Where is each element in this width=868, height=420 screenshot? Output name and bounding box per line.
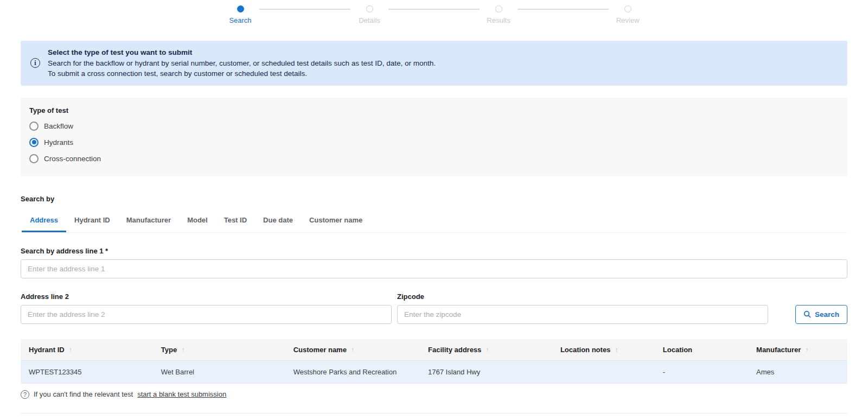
column-label: Facility address xyxy=(428,346,481,354)
step-details[interactable]: Details xyxy=(350,5,388,24)
step-connector xyxy=(259,9,350,10)
step-label: Details xyxy=(359,16,380,24)
tab-model[interactable]: Model xyxy=(179,211,216,232)
bottom-actions: Cancel Next xyxy=(21,413,847,420)
step-search[interactable]: Search xyxy=(221,5,259,24)
column-label: Location xyxy=(663,346,692,354)
footer-note-text: If you can't find the relevant test xyxy=(34,390,133,398)
cell-manufacturer: Ames xyxy=(748,360,847,383)
column-header-hydrant-id[interactable]: Hydrant ID↑ xyxy=(21,339,153,361)
column-header-facility-address[interactable]: Facility address↑ xyxy=(420,339,552,361)
column-header-location: Location xyxy=(655,339,748,361)
search-icon xyxy=(803,310,811,318)
search-by-tabbar: Address Hydrant ID Manufacturer Model Te… xyxy=(21,211,847,233)
info-banner: i Select the type of test you want to su… xyxy=(21,41,847,86)
column-header-type[interactable]: Type↑ xyxy=(153,339,285,361)
search-button-label: Search xyxy=(815,310,839,319)
info-banner-line2: To submit a cross connection test, searc… xyxy=(48,68,436,79)
tab-manufacturer[interactable]: Manufacturer xyxy=(118,211,179,232)
step-label: Review xyxy=(616,16,640,24)
column-header-customer-name[interactable]: Customer name↑ xyxy=(285,339,420,361)
sort-arrow-icon[interactable]: ↑ xyxy=(486,346,489,354)
tab-address[interactable]: Address xyxy=(22,211,66,232)
search-button-column: Search xyxy=(774,305,847,324)
info-icon: i xyxy=(30,58,40,68)
info-banner-title: Select the type of test you want to subm… xyxy=(48,47,436,58)
radio-label: Backflow xyxy=(44,122,73,130)
radio-option-backflow[interactable]: Backflow xyxy=(29,122,839,131)
sort-arrow-icon[interactable]: ↑ xyxy=(69,346,72,354)
cell-hydrant-id: WPTEST123345 xyxy=(21,360,153,383)
sort-arrow-icon[interactable]: ↑ xyxy=(615,346,618,354)
test-submission-page: Search Details Results Review i Select t… xyxy=(0,0,868,420)
radio-unselected-icon xyxy=(29,122,39,131)
sort-arrow-icon[interactable]: ↑ xyxy=(351,346,354,354)
step-connector xyxy=(388,9,480,10)
type-of-test-label: Type of test xyxy=(29,106,839,114)
info-banner-text: Select the type of test you want to subm… xyxy=(48,47,436,79)
blank-test-submission-link[interactable]: start a blank test submission xyxy=(137,390,226,398)
cell-location: - xyxy=(655,360,748,383)
results-table: Hydrant ID↑ Type↑ Customer name↑ Facilit… xyxy=(21,339,847,384)
sort-arrow-icon[interactable]: ↑ xyxy=(181,346,184,354)
step-connector xyxy=(518,9,609,10)
column-label: Manufacturer xyxy=(756,346,801,354)
step-review[interactable]: Review xyxy=(609,5,647,24)
zipcode-label: Zipcode xyxy=(397,292,768,301)
tab-test-id[interactable]: Test ID xyxy=(216,211,255,232)
address-line-2-input[interactable] xyxy=(21,305,392,324)
zipcode-input[interactable] xyxy=(397,305,768,324)
footer-note: ? If you can't find the relevant test st… xyxy=(21,390,847,399)
search-button[interactable]: Search xyxy=(795,305,847,324)
radio-label: Cross-connection xyxy=(44,155,101,163)
cell-facility-address: 1767 Island Hwy xyxy=(420,360,552,383)
column-header-location-notes[interactable]: Location notes↑ xyxy=(552,339,655,361)
sort-arrow-icon[interactable]: ↑ xyxy=(805,346,808,354)
search-form-row: Address line 2 Zipcode Search xyxy=(21,278,847,324)
tab-hydrant-id[interactable]: Hydrant ID xyxy=(66,211,118,232)
column-label: Customer name xyxy=(293,346,347,354)
column-label: Location notes xyxy=(560,346,610,354)
address-line-2-label: Address line 2 xyxy=(21,292,392,301)
column-label: Type xyxy=(161,346,177,354)
help-icon: ? xyxy=(21,390,29,399)
step-inactive-dot-icon xyxy=(495,5,502,12)
column-header-manufacturer[interactable]: Manufacturer↑ xyxy=(748,339,847,361)
table-row[interactable]: WPTEST123345 Wet Barrel Westshore Parks … xyxy=(21,360,847,383)
info-banner-line1: Search for the backflow or hydrant by se… xyxy=(48,58,436,69)
radio-selected-icon xyxy=(29,138,39,147)
step-inactive-dot-icon xyxy=(624,5,631,12)
search-by-label: Search by xyxy=(21,195,847,203)
step-results[interactable]: Results xyxy=(480,5,518,24)
cell-type: Wet Barrel xyxy=(153,360,285,383)
address-line-1-input[interactable] xyxy=(21,259,847,278)
address-line-1-label: Search by address line 1 * xyxy=(21,247,847,255)
tab-customer-name[interactable]: Customer name xyxy=(301,211,371,232)
radio-unselected-icon xyxy=(29,154,39,163)
step-label: Search xyxy=(229,16,251,24)
zipcode-column: Zipcode xyxy=(397,278,768,324)
stepper: Search Details Results Review xyxy=(21,0,847,24)
radio-option-cross-connection[interactable]: Cross-connection xyxy=(29,154,839,163)
type-of-test-section: Type of test Backflow Hydrants Cross-con… xyxy=(21,98,847,176)
column-label: Hydrant ID xyxy=(29,346,65,354)
tab-due-date[interactable]: Due date xyxy=(255,211,301,232)
cell-location-notes xyxy=(552,360,655,383)
step-inactive-dot-icon xyxy=(366,5,373,12)
cell-customer-name: Westshore Parks and Recreation xyxy=(285,360,420,383)
step-active-dot-icon xyxy=(237,5,244,12)
address-line-2-column: Address line 2 xyxy=(21,278,392,324)
radio-option-hydrants[interactable]: Hydrants xyxy=(29,138,839,147)
table-header-row: Hydrant ID↑ Type↑ Customer name↑ Facilit… xyxy=(21,339,847,361)
step-label: Results xyxy=(487,16,510,24)
radio-label: Hydrants xyxy=(44,138,73,147)
